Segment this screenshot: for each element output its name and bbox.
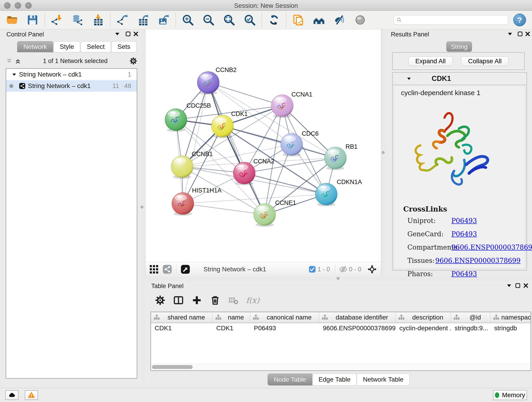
edge-CCNB2-HIST1H1A[interactable] <box>183 83 208 204</box>
crosslink-link[interactable]: P06493 <box>451 230 477 238</box>
network-options-gear-icon[interactable] <box>129 57 138 65</box>
results-panel-close-icon[interactable] <box>524 31 531 37</box>
node-CCNE1[interactable] <box>254 204 276 227</box>
table-panel-menu-icon[interactable] <box>506 282 513 289</box>
table-panel-close-icon[interactable] <box>522 282 529 289</box>
bottom-splitter-handle[interactable] <box>336 277 340 280</box>
collapse-all-networks-icon[interactable] <box>6 57 13 64</box>
crosslink-link[interactable]: P06493 <box>451 270 477 278</box>
table-cell[interactable]: P06493 <box>250 325 319 332</box>
column-header-shared-name[interactable]: shared name <box>151 312 213 323</box>
edge-HIST1H1A-CCNE1[interactable] <box>183 204 265 215</box>
column-header-description[interactable]: description <box>396 312 451 323</box>
edge-CDKN1A-HIST1H1A[interactable] <box>183 194 326 204</box>
hidden-nodes-eye-icon[interactable] <box>339 265 348 274</box>
zoom-selected-button[interactable] <box>243 13 256 26</box>
zoom-out-button[interactable] <box>202 13 215 26</box>
import-network-from-file-button[interactable] <box>51 13 63 26</box>
column-header--id[interactable]: @id <box>451 312 491 323</box>
tab-node-table[interactable]: Node Table <box>268 374 312 385</box>
tab-select[interactable]: Select <box>81 41 111 52</box>
zoom-in-button[interactable] <box>181 13 194 26</box>
show-columns-icon[interactable] <box>173 294 184 306</box>
table-cell[interactable]: CDK1 <box>213 325 250 332</box>
export-image-button[interactable] <box>157 13 170 26</box>
save-session-button[interactable] <box>26 13 39 26</box>
table-cell[interactable]: stringdb <box>491 325 531 332</box>
crosslink-link[interactable]: P06493 <box>451 217 477 225</box>
export-table-button[interactable] <box>137 13 149 26</box>
string-style-icon[interactable] <box>162 264 172 274</box>
column-header-namespace[interactable]: namespace <box>491 312 531 323</box>
string-home-button[interactable] <box>312 13 325 26</box>
open-in-browser-icon[interactable] <box>180 264 191 274</box>
birds-eye-grid-icon[interactable] <box>149 264 159 274</box>
tab-sets[interactable]: Sets <box>111 41 137 52</box>
table-cell[interactable]: CDK1 <box>151 325 213 332</box>
tab-string[interactable]: String <box>446 41 472 52</box>
application-window: Session: New Session ? Control Panel Net… <box>0 0 532 402</box>
network-tree-collection-row[interactable]: String Network – cdk1 1 <box>6 69 137 80</box>
copy-network-button[interactable] <box>292 13 305 26</box>
gene-expander-icon[interactable] <box>406 76 412 82</box>
column-header-name[interactable]: name <box>213 312 250 323</box>
crosslink-link[interactable]: 9606.ENSP00000378699 <box>435 257 520 264</box>
delete-column-trash-icon[interactable] <box>209 294 221 306</box>
search-input[interactable] <box>394 15 508 25</box>
node-RB1[interactable] <box>324 147 346 170</box>
control-panel-float-icon[interactable] <box>125 31 132 37</box>
expand-all-networks-icon[interactable] <box>14 57 21 64</box>
table-panel-float-icon[interactable] <box>514 282 521 289</box>
selected-nodes-checkbox-icon[interactable] <box>308 265 316 273</box>
table-cell[interactable]: 9606.ENSP00000378699 <box>319 325 396 332</box>
fit-selected-crosshair-icon[interactable] <box>367 264 377 274</box>
right-splitter-handle[interactable] <box>382 151 385 154</box>
node-CDC25B[interactable] <box>165 109 187 132</box>
scrollbar-thumb[interactable] <box>152 365 193 369</box>
table-cell[interactable]: stringdb:9... <box>451 325 491 332</box>
crosslink-link[interactable]: 9606.ENSP00000378699 <box>451 243 532 251</box>
toggle-enhanced-labels-button[interactable] <box>333 13 346 26</box>
network-tree-network-row[interactable]: String Network – cdk1 11 48 <box>6 80 137 92</box>
tab-edge-table[interactable]: Edge Table <box>312 374 357 385</box>
edge-CCNB2-CCNA1[interactable] <box>208 83 282 106</box>
fit-content-button[interactable] <box>223 13 235 26</box>
table-cell[interactable]: cyclin-dependent ... <box>396 325 451 332</box>
node-CDC6[interactable] <box>281 133 303 157</box>
import-table-from-file-button[interactable] <box>92 13 104 26</box>
control-panel-close-icon[interactable] <box>133 31 139 37</box>
tab-style[interactable]: Style <box>54 41 80 52</box>
control-panel-menu-icon[interactable] <box>114 31 121 37</box>
column-header-canonical-name[interactable]: canonical name <box>250 312 319 323</box>
column-header-database-identifier[interactable]: database identifier <box>319 312 396 323</box>
export-network-button[interactable] <box>116 13 129 26</box>
collapse-all-button[interactable]: Collapse All <box>461 56 509 66</box>
node-CCNB1[interactable] <box>171 156 193 179</box>
node-CCNA2[interactable] <box>233 162 255 185</box>
open-session-button[interactable] <box>6 13 18 26</box>
node-CDKN1A[interactable] <box>315 183 337 206</box>
tab-network[interactable]: Network <box>17 41 53 52</box>
left-splitter-handle[interactable] <box>140 206 143 209</box>
network-canvas[interactable]: CCNB2CCNA1CDC25BCDK1CDC6RB1CCNB1CCNA2CDK… <box>146 29 381 262</box>
node-HIST1H1A[interactable] <box>172 192 194 216</box>
help-button[interactable]: ? <box>513 13 526 26</box>
cloud-button[interactable] <box>5 390 19 400</box>
expand-all-button[interactable]: Expand All <box>408 56 453 66</box>
update-network-button[interactable] <box>268 13 280 26</box>
table-row[interactable]: CDK1CDK1P064939606.ENSP00000378699cyclin… <box>151 323 531 333</box>
node-CCNA1[interactable] <box>271 95 293 118</box>
results-panel-menu-icon[interactable] <box>507 31 513 37</box>
table-horizontal-scrollbar[interactable] <box>151 364 531 370</box>
node-CDK1[interactable] <box>211 115 234 138</box>
results-panel-float-icon[interactable] <box>517 31 524 37</box>
toggle-glass-ball-button[interactable] <box>354 13 367 26</box>
collection-expander-icon[interactable] <box>11 71 17 77</box>
tab-network-table[interactable]: Network Table <box>357 374 410 385</box>
gene-entry-header[interactable]: CDK1 <box>393 73 526 85</box>
import-network-from-database-button[interactable] <box>71 13 84 26</box>
memory-button[interactable]: Memory <box>493 390 527 400</box>
add-column-plus-icon[interactable] <box>191 294 203 306</box>
warnings-button[interactable] <box>25 390 38 400</box>
table-options-gear-icon[interactable] <box>154 294 166 306</box>
